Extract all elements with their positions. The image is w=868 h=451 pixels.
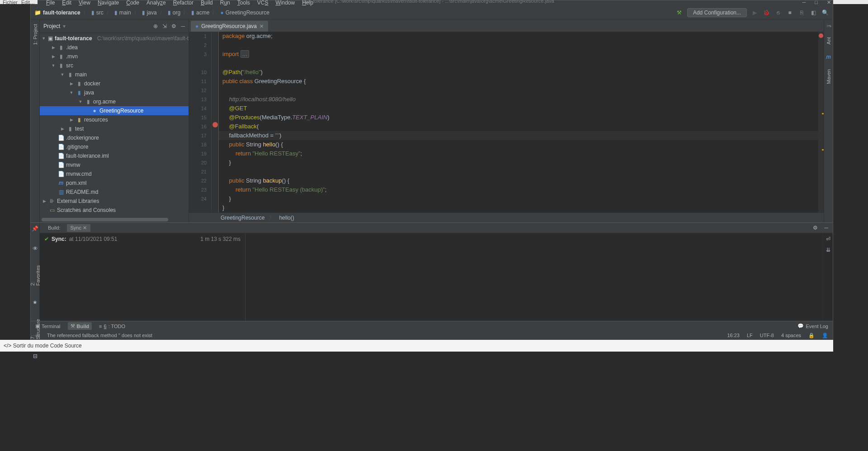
inspect-icon[interactable]: 👤 — [822, 333, 828, 338]
tree-docker[interactable]: ▶▮docker — [40, 79, 189, 88]
menu-vcs[interactable]: VCS — [254, 0, 272, 7]
warn-marker[interactable] — [822, 113, 824, 114]
project-tree[interactable]: ▼▣fault-tolerance C:\work\src\tmp\quarku… — [40, 33, 189, 222]
bc-main[interactable]: ▮main — [114, 9, 131, 16]
menu-tools[interactable]: Tools — [234, 0, 253, 7]
indent[interactable]: 4 spaces — [781, 333, 801, 338]
tree-mvnwcmd[interactable]: 📄mvnw.cmd — [40, 169, 189, 179]
close-tab-icon[interactable]: ✕ — [259, 23, 264, 29]
tree-pom[interactable]: mpom.xml — [40, 179, 189, 188]
encoding[interactable]: UTF-8 — [760, 333, 774, 338]
tree-mvn[interactable]: ▶▮.mvn — [40, 52, 189, 61]
maven-icon[interactable]: m — [826, 54, 831, 60]
gear-icon[interactable]: ⚙ — [813, 225, 818, 231]
menu-refactor[interactable]: Refactor — [170, 0, 197, 7]
eye-icon[interactable]: 👁 — [33, 245, 38, 252]
class-icon: ● — [220, 9, 223, 16]
scroll-icon[interactable]: ⇊ — [826, 247, 830, 253]
bc-acme[interactable]: ▮acme — [191, 9, 209, 16]
stop-icon[interactable]: ■ — [786, 9, 794, 17]
intention-bulb-icon[interactable] — [212, 122, 218, 127]
bc-org[interactable]: ▮org — [168, 9, 180, 16]
error-stripe[interactable] — [818, 32, 824, 212]
tool-favorites[interactable]: 2: Favorites — [30, 265, 41, 286]
build-hammer-icon[interactable]: ⚒ — [675, 9, 684, 17]
project-header-label[interactable]: Project — [43, 23, 60, 29]
tree-idea[interactable]: ▶▮.idea — [40, 43, 189, 52]
build-tree[interactable]: ✔ Sync: at 11/10/2021 09:51 1 m 13 s 322… — [40, 233, 245, 321]
menu-build[interactable]: Build — [198, 0, 216, 7]
tree-java[interactable]: ▼▮java — [40, 88, 189, 97]
tree-extlib[interactable]: ▶⊪External Libraries — [40, 197, 189, 206]
crumb-class[interactable]: GreetingResource — [221, 215, 264, 221]
line-ending[interactable]: LF — [747, 333, 753, 338]
add-config-button[interactable]: Add Configuration... — [687, 8, 747, 17]
outer-edit[interactable]: Edit… — [21, 0, 35, 5]
bc-class[interactable]: ●GreetingResource — [220, 9, 269, 16]
bc-java[interactable]: ▮java — [142, 9, 157, 16]
tree-root[interactable]: ▼▣fault-tolerance C:\work\src\tmp\quarku… — [40, 34, 189, 43]
exit-code-source[interactable]: </> Sortir du mode Code Source — [4, 343, 82, 349]
tree-resources[interactable]: ▶▮resources — [40, 115, 189, 124]
tree-src[interactable]: ▼▮src — [40, 61, 189, 70]
ant-icon[interactable]: 🐜 — [826, 23, 831, 28]
menu-edit[interactable]: Edit — [59, 0, 75, 7]
crumb-method[interactable]: hello() — [279, 215, 294, 221]
tool-todo[interactable]: ≡6: 6: TODOTODO — [99, 324, 125, 329]
menu-run[interactable]: Run — [217, 0, 233, 7]
tool-maven[interactable]: Maven — [826, 69, 831, 84]
menu-file[interactable]: File — [43, 0, 58, 7]
build-output[interactable] — [245, 233, 823, 321]
menu-help[interactable]: Help — [299, 0, 316, 7]
wrap-icon[interactable]: ⏎ — [826, 236, 830, 242]
collapse-icon[interactable]: ⇲ — [162, 23, 167, 29]
menu-navigate[interactable]: Navigate — [94, 0, 122, 7]
tool-build[interactable]: ⚒Build — [68, 322, 92, 330]
tree-mvnw[interactable]: 📄mvnw — [40, 160, 189, 169]
warn-marker[interactable] — [822, 149, 824, 150]
tab-sync[interactable]: Sync ✕ — [67, 224, 91, 232]
caret-pos[interactable]: 16:23 — [727, 333, 740, 338]
lock-icon[interactable]: 🔒 — [808, 333, 815, 338]
tree-dockerignore[interactable]: 📄.dockerignore — [40, 133, 189, 142]
debug-icon[interactable]: 🐞 — [762, 9, 770, 17]
search-icon[interactable]: 🔍 — [821, 9, 829, 17]
vcs-icon[interactable]: ⎘ — [797, 9, 806, 17]
tool-structure[interactable]: 7: Structure — [30, 319, 41, 339]
ide-settings-icon[interactable]: ◧ — [809, 9, 817, 17]
tool-eventlog[interactable]: 💬Event Log — [797, 323, 828, 329]
tool-project[interactable]: 1: Project — [33, 24, 38, 45]
coverage-icon[interactable]: ⎋ — [774, 9, 782, 17]
outer-file[interactable]: Fichier — [3, 0, 18, 5]
tree-greeting[interactable]: ●GreetingResource — [40, 106, 189, 115]
menu-view[interactable]: View — [75, 0, 94, 7]
tree-gitignore[interactable]: 📄.gitignore — [40, 142, 189, 151]
maximize-icon[interactable]: □ — [815, 0, 818, 5]
star-icon[interactable]: ★ — [33, 299, 38, 305]
tree-readme[interactable]: ▥README.md — [40, 188, 189, 197]
tab-greeting[interactable]: ● GreetingResource.java ✕ — [191, 21, 268, 32]
hide-icon[interactable]: ─ — [824, 225, 828, 231]
tree-scrollbar[interactable] — [40, 218, 189, 222]
menu-window[interactable]: Window — [272, 0, 298, 7]
tree-iml[interactable]: 📄fault-tolerance.iml — [40, 151, 189, 160]
menu-analyze[interactable]: Analyze — [143, 0, 169, 7]
tree-test[interactable]: ▶▮test — [40, 124, 189, 133]
tree-main[interactable]: ▼▮main — [40, 70, 189, 79]
hide-icon[interactable]: ─ — [181, 23, 185, 29]
pin-icon[interactable]: 📌 — [32, 226, 38, 232]
tree-orgacme[interactable]: ▼▮org.acme — [40, 97, 189, 106]
minimize-icon[interactable]: ─ — [802, 0, 806, 5]
tool-ant[interactable]: Ant — [826, 37, 831, 45]
gear-icon[interactable]: ⚙ — [171, 23, 176, 29]
structure-icon[interactable]: ⊟ — [33, 353, 38, 359]
bc-src[interactable]: ▮src — [91, 9, 104, 16]
menu-code[interactable]: Code — [123, 0, 142, 7]
error-marker-icon[interactable] — [819, 33, 823, 38]
close-icon[interactable]: ✕ — [827, 0, 831, 5]
tree-scratches[interactable]: ▭Scratches and Consoles — [40, 206, 189, 215]
bc-root[interactable]: 📁 fault-tolerance — [34, 9, 80, 16]
target-icon[interactable]: ⊕ — [153, 23, 158, 29]
run-icon[interactable]: ▶ — [750, 9, 759, 17]
code-editor[interactable]: package org.acme; import ... @Path("/hel… — [219, 32, 818, 212]
